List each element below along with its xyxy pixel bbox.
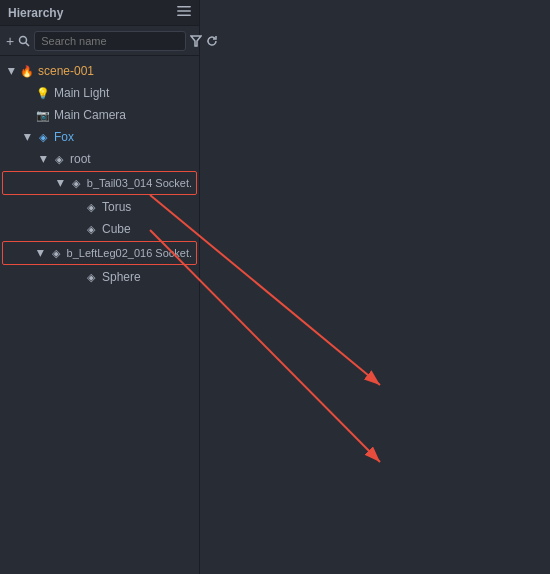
search-toggle-button[interactable] [18,31,30,51]
fox-label: Fox [54,130,74,144]
hierarchy-header: Hierarchy [0,0,199,26]
cube-icon: ◈ [84,222,98,236]
tree-arrow-root[interactable]: ▶ [36,151,52,167]
torus-icon: ◈ [84,200,98,214]
main-camera-label: Main Camera [54,108,126,122]
tree-item-b-tail[interactable]: ▶ ◈ b_Tail03_014 Socket. [3,172,196,194]
sphere-label: Sphere [102,270,141,284]
scene-icon: 🔥 [20,64,34,78]
svg-rect-1 [177,10,191,12]
tree-arrow-scene[interactable]: ▶ [4,63,20,79]
hierarchy-content: ▶ 🔥 scene-001 ▶ 💡 Main Light ▶ 📷 Main Ca… [0,56,199,574]
cube-label: Cube [102,222,131,236]
hierarchy-panel: Hierarchy + ▶ 🔥 [0,0,200,574]
b-left-leg-label: b_LeftLeg02_016 Socket. [67,247,192,259]
torus-label: Torus [102,200,131,214]
camera-icon: 📷 [36,108,50,122]
tree-arrow-fox[interactable]: ▶ [20,129,36,145]
svg-rect-2 [177,14,191,16]
tree-arrow-b-left-leg[interactable]: ▶ [33,245,49,261]
root-node-icon: ◈ [52,152,66,166]
light-icon: 💡 [36,86,50,100]
svg-rect-0 [177,6,191,8]
tree-arrow-b-tail[interactable]: ▶ [53,175,69,191]
tree-item-b-left-leg[interactable]: ▶ ◈ b_LeftLeg02_016 Socket. [3,242,196,264]
tree-item-main-camera[interactable]: ▶ 📷 Main Camera [0,104,199,126]
filter-button[interactable] [190,31,202,51]
scene-label: scene-001 [38,64,94,78]
fox-icon: ◈ [36,130,50,144]
tree-item-main-light[interactable]: ▶ 💡 Main Light [0,82,199,104]
main-light-label: Main Light [54,86,109,100]
root-label: root [70,152,91,166]
tree-item-root[interactable]: ▶ ◈ root [0,148,199,170]
b-tail-label: b_Tail03_014 Socket. [87,177,192,189]
hierarchy-title: Hierarchy [8,6,63,20]
svg-point-3 [20,36,27,43]
refresh-button[interactable] [206,31,218,51]
b-left-leg-icon: ◈ [49,246,63,260]
tree-item-torus[interactable]: ▶ ◈ Torus [0,196,199,218]
tree-item-scene[interactable]: ▶ 🔥 scene-001 [0,60,199,82]
hierarchy-toolbar: + [0,26,199,56]
sphere-icon: ◈ [84,270,98,284]
tree-item-sphere[interactable]: ▶ ◈ Sphere [0,266,199,288]
add-node-button[interactable]: + [6,31,14,51]
hierarchy-menu-icon[interactable] [177,4,191,21]
tree-item-cube[interactable]: ▶ ◈ Cube [0,218,199,240]
tree-item-fox[interactable]: ▶ ◈ Fox [0,126,199,148]
search-input[interactable] [34,31,186,51]
svg-line-4 [26,42,30,46]
b-tail-icon: ◈ [69,176,83,190]
svg-marker-5 [191,36,201,46]
